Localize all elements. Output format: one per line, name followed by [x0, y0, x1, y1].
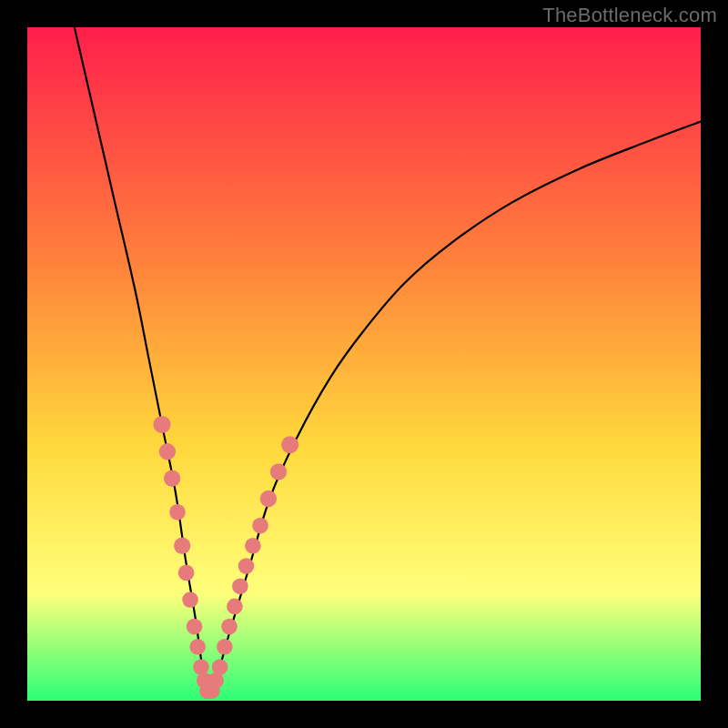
chart-frame: TheBottleneck.com: [0, 0, 728, 728]
data-marker: [227, 599, 243, 615]
data-marker: [178, 565, 195, 581]
data-marker: [217, 639, 233, 655]
data-marker: [189, 639, 206, 655]
data-marker: [212, 659, 228, 675]
data-marker: [270, 463, 287, 480]
data-marker: [169, 504, 186, 521]
data-marker: [221, 619, 238, 635]
data-marker: [232, 578, 248, 594]
data-marker: [193, 659, 209, 675]
data-marker: [245, 538, 261, 554]
data-marker: [187, 619, 203, 635]
data-marker: [238, 558, 255, 574]
gradient-background: [27, 27, 701, 701]
plot-area: [27, 27, 701, 701]
data-marker: [153, 416, 170, 433]
data-marker: [174, 538, 190, 554]
bottleneck-chart: [27, 27, 701, 701]
data-marker: [281, 436, 298, 453]
data-marker: [159, 443, 176, 460]
watermark-label: TheBottleneck.com: [542, 4, 717, 27]
data-marker: [164, 470, 180, 487]
data-marker: [182, 592, 198, 608]
data-marker: [252, 518, 268, 534]
data-marker: [260, 490, 277, 507]
